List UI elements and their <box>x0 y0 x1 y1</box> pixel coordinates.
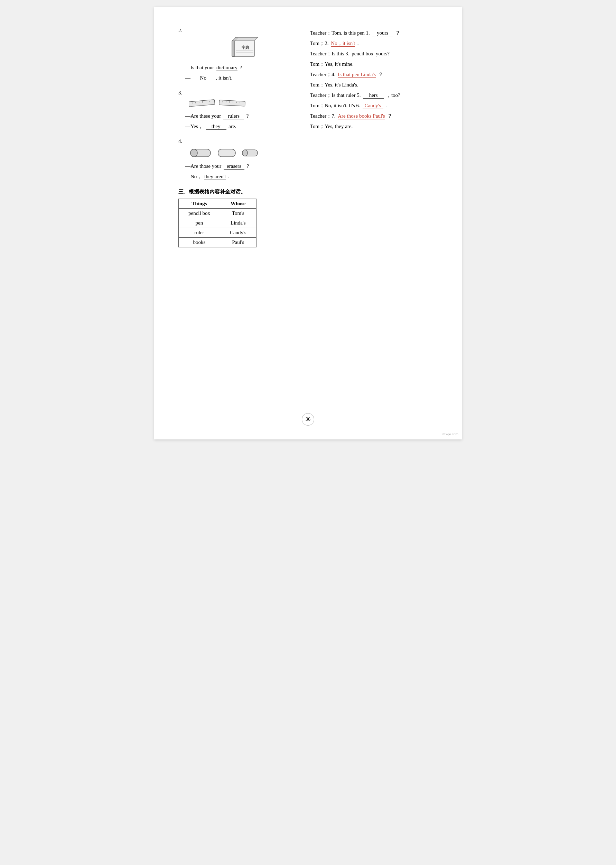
dialogue-line-6: Tom；Yes, it's Linda's. <box>310 80 438 90</box>
section-3: 三、根据表格内容补全对话。 Things Whose pencil box To… <box>178 189 296 247</box>
item-4-a: —No， they aren't . <box>185 172 296 181</box>
table-row: ruler Candy's <box>179 228 256 238</box>
dialogue-line-10: Tom；Yes, they are. <box>310 121 438 131</box>
item-3: 3. <box>178 90 296 131</box>
cell-whose-4: Paul's <box>220 238 256 247</box>
left-column: 2. 字典 <box>178 28 303 255</box>
suffix-1: ？ <box>395 30 400 36</box>
svg-rect-26 <box>242 150 248 156</box>
item-3-a-suffix: are. <box>228 123 236 129</box>
item-4-q-prefix: —Are those your <box>185 163 221 169</box>
blank-9: Are those books Paul's <box>338 113 385 120</box>
item-3-q-prefix: —Are these your <box>185 113 221 119</box>
blank-5: Is that pen Linda's <box>338 71 376 78</box>
vocab-table: Things Whose pencil box Tom's pen Linda'… <box>178 199 256 247</box>
item-3-blank2: they <box>206 123 226 130</box>
item-2-q: —Is that your dictionary ? <box>185 63 296 72</box>
cell-thing-3: ruler <box>179 228 220 238</box>
dialogue-line-9: Teacher；7. Are those books Paul's ？ <box>310 111 438 121</box>
cell-whose-1: Tom's <box>220 209 256 218</box>
item-4-q: —Are those your erasers ? <box>185 162 296 171</box>
speaker-2: Tom；2. <box>310 41 329 46</box>
item-4-a-suffix: . <box>228 174 229 179</box>
table-header-row: Things Whose <box>179 199 256 209</box>
right-dialogue: Teacher；Tom, is this pen 1. yours ？ Tom；… <box>310 28 438 131</box>
page-number: 36 <box>302 413 314 425</box>
item-3-blank1: rulers <box>223 113 244 120</box>
item-2-q-prefix: —Is that your <box>185 65 214 70</box>
col-whose-header: Whose <box>220 199 256 209</box>
suffix-2: . <box>357 41 359 46</box>
svg-rect-24 <box>218 149 236 157</box>
section-3-title: 三、根据表格内容补全对话。 <box>178 189 296 195</box>
suffix-3: yours? <box>376 51 390 57</box>
item-2-a-prefix: — <box>185 75 190 80</box>
svg-marker-4 <box>235 37 258 41</box>
dialogue-line-1: Teacher；Tom, is this pen 1. yours ？ <box>310 28 438 38</box>
dialogue-line-2: Tom；2. No，it isn't . <box>310 38 438 49</box>
cell-thing-1: pencil box <box>179 209 220 218</box>
suffix-7: ，too? <box>386 92 400 98</box>
watermark-text: mxqe.com <box>443 432 458 436</box>
item-2-q-suffix: ? <box>240 65 242 70</box>
dialogue-line-7: Teacher；Is that ruler 5. hers ，too? <box>310 90 438 100</box>
svg-rect-15 <box>219 100 245 106</box>
item-2-a: — No , it isn't. <box>185 74 296 83</box>
svg-rect-8 <box>189 100 215 107</box>
speaker-7: Teacher；Is that ruler 5. <box>310 92 361 98</box>
speaker-1: Teacher；Tom, is this pen 1. <box>310 30 370 36</box>
item-4-q-suffix: ? <box>247 163 249 169</box>
cell-whose-2: Linda's <box>220 218 256 228</box>
right-column: Teacher；Tom, is this pen 1. yours ？ Tom；… <box>303 28 438 255</box>
cell-whose-3: Candy's <box>220 228 256 238</box>
item-3-q-suffix: ? <box>247 113 249 119</box>
cell-thing-2: pen <box>179 218 220 228</box>
item-2: 2. 字典 <box>178 28 296 82</box>
rulers-image <box>189 98 296 108</box>
item-2-blank1: dictionary <box>216 65 237 71</box>
item-4-blank2: they aren't <box>204 173 226 180</box>
table-row: pen Linda's <box>179 218 256 228</box>
blank-1: yours <box>372 30 393 36</box>
suffix-9: ？ <box>387 113 392 119</box>
dialogue-line-4: Tom；Yes, it's mine. <box>310 59 438 69</box>
erasers-image <box>189 147 296 159</box>
table-row: books Paul's <box>179 238 256 247</box>
speaker-3: Teacher；Is this 3. <box>310 51 349 57</box>
blank-8: Candy's <box>363 102 383 109</box>
speaker-8: Tom；No, it isn't. It's 6. <box>310 103 360 108</box>
item-3-num: 3. <box>178 90 296 96</box>
dialogue-line-3: Teacher；Is this 3. pencil box yours? <box>310 49 438 59</box>
item-2-a-suffix: , it isn't. <box>216 75 233 80</box>
svg-rect-1 <box>232 41 235 57</box>
item-3-a-prefix: —Yes， <box>185 123 203 129</box>
blank-2: No，it isn't <box>331 40 355 47</box>
suffix-8: . <box>385 103 387 108</box>
watermark: mxqe.com <box>443 432 458 436</box>
suffix-5: ？ <box>378 72 383 77</box>
svg-rect-23 <box>190 149 197 157</box>
page: 2. 字典 <box>154 7 462 440</box>
speaker-5: Teacher；4. <box>310 72 336 77</box>
cell-thing-4: books <box>179 238 220 247</box>
dialogue-line-8: Tom；No, it isn't. It's 6. Candy's . <box>310 100 438 111</box>
svg-text:字典: 字典 <box>242 45 250 49</box>
item-2-blank2: No <box>193 75 214 81</box>
speaker-6: Tom；Yes, it's Linda's. <box>310 82 358 88</box>
speaker-4: Tom；Yes, it's mine. <box>310 61 354 67</box>
speaker-9: Teacher；7. <box>310 113 336 119</box>
item-3-a: —Yes， they are. <box>185 122 296 131</box>
table-row: pencil box Tom's <box>179 209 256 218</box>
blank-7: hers <box>363 92 384 99</box>
item-3-q: —Are these your rulers ? <box>185 112 296 121</box>
col-things-header: Things <box>179 199 220 209</box>
item-2-num: 2. <box>178 28 296 33</box>
item-4-blank1: erasers <box>224 163 244 170</box>
item-4-a-prefix: —No， <box>185 174 202 179</box>
item-4-num: 4. <box>178 139 296 144</box>
speaker-10: Tom；Yes, they are. <box>310 123 353 129</box>
dictionary-image: 字典 <box>192 36 296 60</box>
item-4: 4. <box>178 139 296 181</box>
dialogue-line-5: Teacher；4. Is that pen Linda's ？ <box>310 69 438 80</box>
blank-3: pencil box <box>352 50 373 57</box>
